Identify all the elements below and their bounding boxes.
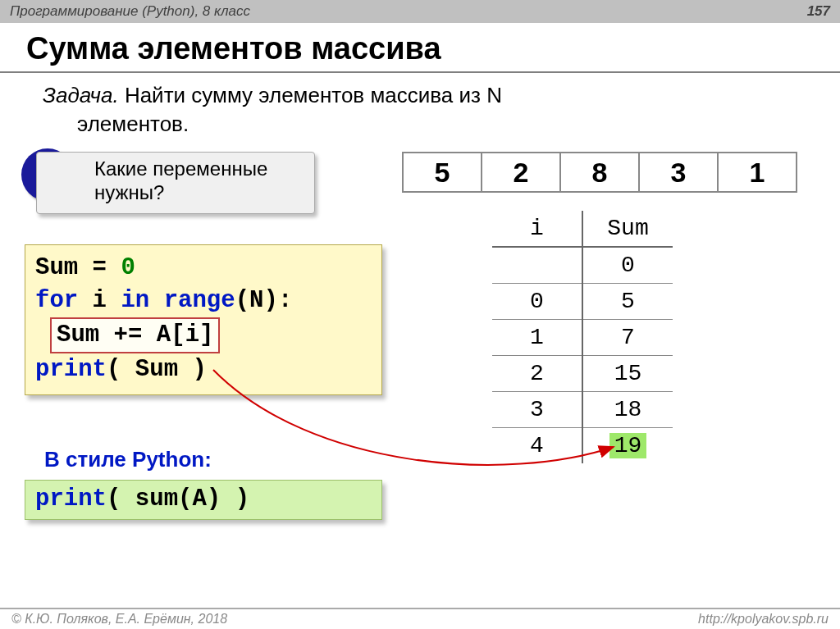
td-i [492,247,582,283]
array-values: 5 2 8 3 1 [404,152,797,193]
trace-table: iSum 0 05 17 215 318 419 [492,211,673,463]
course-label: Программирование (Python), 8 класс [10,3,250,20]
td-sum: 15 [582,355,673,391]
python-style-label: В стиле Python: [44,447,212,472]
copyright: © К.Ю. Поляков, Е.А. Ерёмин, 2018 [11,612,227,627]
td-i: 4 [492,427,582,463]
array-cell: 5 [402,152,482,193]
code-block-main: Sum = 0 for i in range(N): Sum += A[i] p… [25,244,382,395]
th-i: i [492,211,582,247]
question-line2: нужны? [94,181,303,205]
td-i: 2 [492,355,582,391]
task-line2: элементов. [43,110,807,139]
code-highlighted-line: Sum += A[i] [50,317,220,353]
page-number: 157 [807,3,830,20]
task-label: Задача. [43,83,119,107]
td-i: 0 [492,283,582,319]
slide-footer: © К.Ю. Поляков, Е.А. Ерёмин, 2018 http:/… [0,608,840,629]
slide-title: Сумма элементов массива [0,23,840,70]
array-cell: 3 [638,152,719,193]
td-i: 1 [492,319,582,355]
td-sum: 0 [582,247,673,283]
array-cell: 1 [717,152,797,193]
title-divider [0,71,840,73]
td-sum: 18 [582,391,673,427]
array-cell: 8 [559,152,640,193]
content-area: ? Какие переменные нужны? 5 2 8 3 1 Sum … [0,142,840,601]
question-line1: Какие переменные [94,157,303,181]
task-line1: Найти сумму элементов массива из N [119,83,502,107]
question-box: Какие переменные нужны? [36,152,315,214]
array-cell: 2 [481,152,561,193]
td-i: 3 [492,391,582,427]
task-text: Задача. Найти сумму элементов массива из… [0,80,840,142]
td-sum: 19 [582,427,673,463]
footer-url: http://kpolyakov.spb.ru [698,612,829,627]
td-sum: 7 [582,319,673,355]
td-sum: 5 [582,283,673,319]
slide-header: Программирование (Python), 8 класс 157 [0,0,840,23]
result-highlight: 19 [609,433,647,458]
th-sum: Sum [582,211,673,247]
code-block-pythonic: print( sum(A) ) [25,480,382,520]
